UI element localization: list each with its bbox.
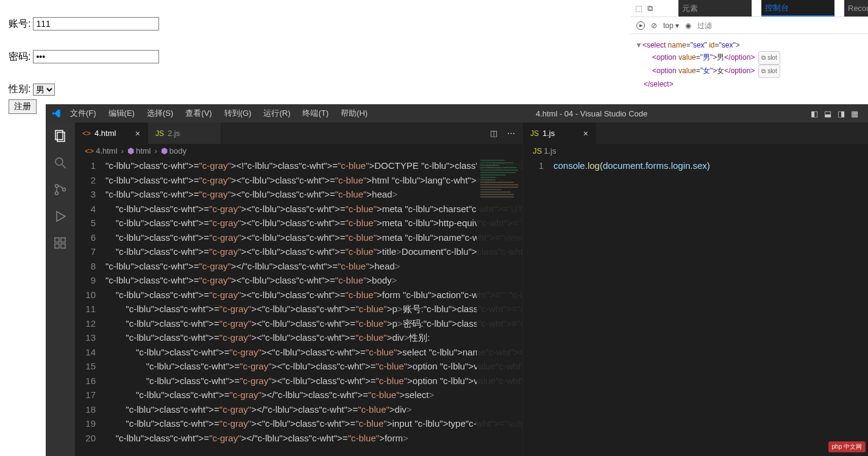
submit-register[interactable] [9,99,37,114]
label-pass: 密码: [9,51,30,63]
rendered-form: 账号: 密码: 性别: 男 [9,17,159,114]
layout-right-icon[interactable]: ◨ [838,109,845,118]
vscode-logo-icon [51,108,62,119]
vscode-titlebar: 文件(F) 编辑(E) 选择(S) 查看(V) 转到(G) 运行(R) 终端(T… [46,104,868,123]
line-gutter: 1 [523,157,553,456]
tab-2js[interactable]: JS 2.js [148,123,221,144]
menu-run[interactable]: 运行(R) [258,105,295,121]
menu-view[interactable]: 查看(V) [180,105,216,121]
tab-label: 4.html [94,129,116,138]
label-user: 账号: [9,18,30,30]
devtools-tabrow: ⬚ ⧉ 元素 控制台 Recorder ▲ 源代码 [630,0,868,17]
svg-rect-8 [55,238,59,242]
breadcrumb-left[interactable]: <> 4.html › ⬢ html › ⬢ body [75,144,522,157]
devtools-panel: ⬚ ⧉ 元素 控制台 Recorder ▲ 源代码 ▶ ⊘ top ▾ ◉ ▼<… [630,0,868,95]
js-file-icon: JS [155,129,164,138]
expand-icon[interactable]: ▼ [635,41,642,49]
layout-bottom-icon[interactable]: ⬓ [824,109,831,118]
explorer-icon[interactable] [53,129,68,143]
select-sex[interactable]: 男 [33,84,55,96]
code-editor-right[interactable]: 1 console.log(document.forms.login.sex) [523,157,868,456]
code-editor-left[interactable]: 1234567891011121314151617181920 "c-lblu"… [75,157,522,456]
watermark: php 中文网 [828,441,866,452]
html-file-icon: <> [82,129,91,138]
svg-rect-10 [61,244,65,248]
tab-elements[interactable]: 元素 [678,0,752,16]
clear-icon[interactable]: ⊘ [651,21,657,30]
tab-4html[interactable]: <> 4.html × [75,123,148,144]
close-icon[interactable]: × [135,129,140,138]
tab-row-right: JS 1.js × [523,123,868,144]
menu-go[interactable]: 转到(G) [219,105,257,121]
layout-left-icon[interactable]: ◧ [811,109,818,118]
menu-edit[interactable]: 编辑(E) [104,105,140,121]
slot-badge: ⧉ slot [758,65,780,78]
menu-select[interactable]: 选择(S) [142,105,178,121]
filter-input[interactable] [697,21,734,30]
svg-rect-11 [61,238,65,242]
svg-rect-9 [55,244,59,248]
tab-label: 2.js [168,129,180,138]
svg-line-3 [62,165,66,168]
menu-file[interactable]: 文件(F) [65,105,101,121]
devtools-dom-tree: ▼<select name="sex" id="sex"> <option va… [630,34,868,95]
slot-badge: ⧉ slot [758,51,780,65]
vscode-window: 文件(F) 编辑(E) 选择(S) 查看(V) 转到(G) 运行(R) 终端(T… [46,104,868,456]
line-gutter: 1234567891011121314151617181920 [75,157,105,456]
extensions-icon[interactable] [53,236,68,251]
eye-icon[interactable]: ◉ [685,21,691,30]
tab-1js[interactable]: JS 1.js × [523,123,596,144]
menu-help[interactable]: 帮助(H) [336,105,372,121]
menu-bar: 文件(F) 编辑(E) 选择(S) 查看(V) 转到(G) 运行(R) 终端(T… [65,105,372,121]
js-file-icon: JS [530,129,539,138]
input-username[interactable] [33,17,159,30]
search-icon[interactable] [53,155,68,170]
tab-console[interactable]: 控制台 [761,0,834,16]
close-icon[interactable]: × [583,129,588,138]
svg-marker-7 [57,212,65,221]
editor-group-left: <> 4.html × JS 2.js ◫ ⋯ <> 4.html [75,123,523,456]
input-password[interactable] [33,50,159,63]
devtools-toolbar: ▶ ⊘ top ▾ ◉ [630,17,868,34]
inspect-icon[interactable]: ⬚ [635,4,642,13]
layout-grid-icon[interactable]: ▦ [851,109,858,118]
layout-controls: ◧ ⬓ ◨ ▦ [811,109,863,118]
debug-icon[interactable] [53,209,68,224]
tab-row-left: <> 4.html × JS 2.js ◫ ⋯ [75,123,522,144]
tab-recorder[interactable]: Recorder ▲ [844,0,868,16]
svg-point-5 [55,192,59,195]
svg-point-2 [55,158,63,165]
window-title: 4.html - 04 - Visual Studio Code [372,109,811,118]
tab-label: 1.js [542,129,555,138]
svg-point-4 [55,185,59,188]
play-icon[interactable]: ▶ [636,21,645,30]
device-icon[interactable]: ⧉ [647,4,653,13]
menu-terminal[interactable]: 终端(T) [297,105,333,121]
minimap[interactable] [477,157,522,456]
breadcrumb-right[interactable]: JS 1.js [523,144,868,157]
activity-bar [46,123,75,456]
source-control-icon[interactable] [53,182,68,197]
label-sex: 性别: [9,83,30,96]
split-editor-icon[interactable]: ◫ [490,129,497,138]
more-icon[interactable]: ⋯ [507,129,515,138]
context-top[interactable]: top ▾ [663,21,679,30]
editor-group-right: JS 1.js × JS 1.js 1 console.log(document… [523,123,868,456]
